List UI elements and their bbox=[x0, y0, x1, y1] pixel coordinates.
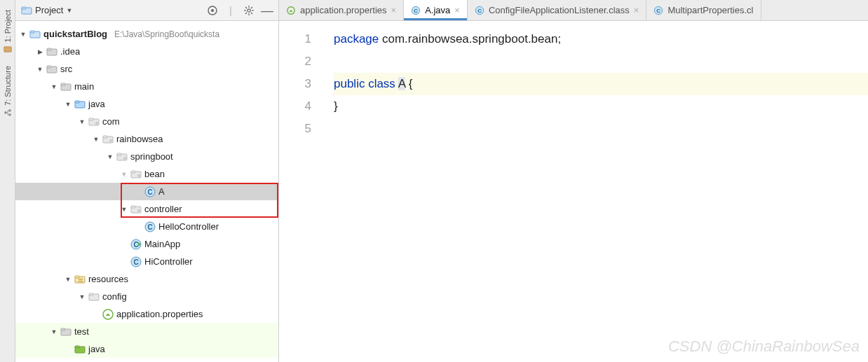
tree-node-bean[interactable]: bean bbox=[15, 165, 278, 183]
tree-node-class-A[interactable]: C A bbox=[15, 183, 278, 200]
tab-configfileapplicationlistener[interactable]: C ConfigFileApplicationListener.class × bbox=[468, 0, 646, 20]
project-tool-button[interactable]: 1: Project bbox=[3, 6, 13, 57]
svg-rect-5 bbox=[22, 7, 26, 9]
java-class-icon: C bbox=[475, 6, 484, 15]
panel-header: Project ▼ | — bbox=[15, 0, 278, 21]
tab-application-properties[interactable]: application.properties × bbox=[279, 0, 404, 20]
tab-label: application.properties bbox=[300, 5, 387, 15]
tree-label: springboot bbox=[130, 151, 173, 162]
close-icon[interactable]: × bbox=[391, 5, 397, 15]
svg-rect-26 bbox=[75, 101, 79, 103]
expand-arrow-icon[interactable] bbox=[36, 66, 43, 73]
tree-node-rainbowsea[interactable]: rainbowsea bbox=[15, 130, 278, 148]
close-icon[interactable]: × bbox=[454, 5, 460, 15]
line-number: 1 bbox=[279, 28, 311, 50]
folder-icon bbox=[60, 326, 72, 337]
expand-arrow-icon[interactable] bbox=[79, 293, 86, 300]
expand-arrow-icon[interactable] bbox=[20, 31, 27, 38]
tree-node-java[interactable]: java bbox=[15, 95, 278, 113]
tree-label: HelloController bbox=[158, 221, 219, 232]
tree-node-com[interactable]: com bbox=[15, 113, 278, 130]
package-icon bbox=[116, 151, 128, 162]
panel-title: Project bbox=[35, 5, 63, 15]
svg-rect-52 bbox=[79, 279, 83, 280]
folder-icon bbox=[46, 46, 57, 57]
code-content[interactable]: package com.rainbowsea.springboot.bean; … bbox=[320, 21, 868, 362]
tree-label: rainbowsea bbox=[116, 134, 163, 144]
expand-arrow-icon[interactable] bbox=[121, 206, 128, 213]
tree-label: HiController bbox=[144, 256, 193, 267]
vertical-divider: | bbox=[225, 5, 236, 16]
java-class-icon: C bbox=[144, 221, 156, 232]
tree-node-src[interactable]: src bbox=[15, 60, 278, 78]
line-number: 2 bbox=[279, 50, 311, 73]
expand-arrow-icon[interactable] bbox=[107, 153, 114, 160]
code-line bbox=[334, 118, 868, 140]
expand-arrow-icon[interactable] bbox=[65, 276, 72, 283]
chevron-down-icon: ▼ bbox=[66, 7, 72, 14]
project-tree[interactable]: quickstartBlog E:\Java\SpringBoot\quicks… bbox=[15, 21, 278, 362]
tree-node-main[interactable]: main bbox=[15, 78, 278, 95]
tree-label: java bbox=[88, 99, 105, 109]
close-icon[interactable]: × bbox=[634, 5, 639, 15]
select-opened-file-icon[interactable] bbox=[207, 5, 218, 16]
expand-arrow-icon[interactable] bbox=[36, 48, 43, 55]
module-icon bbox=[29, 29, 41, 40]
source-folder-icon bbox=[74, 99, 86, 110]
tree-node-app-properties[interactable]: application.properties bbox=[15, 305, 278, 323]
structure-pane-icon bbox=[4, 109, 12, 117]
tree-node-idea[interactable]: .idea bbox=[15, 43, 278, 60]
expand-arrow-icon[interactable] bbox=[79, 118, 86, 125]
tree-node-test-java[interactable]: java bbox=[15, 340, 278, 358]
svg-rect-0 bbox=[4, 47, 11, 53]
tree-label: test bbox=[74, 326, 89, 337]
editor-tabs: application.properties × C A.java × C Co… bbox=[279, 0, 868, 21]
project-path-hint: E:\Java\SpringBoot\quicksta bbox=[114, 29, 219, 39]
tree-node-hellocontroller[interactable]: C HelloController bbox=[15, 218, 278, 235]
svg-text:C: C bbox=[147, 188, 152, 196]
svg-rect-55 bbox=[89, 293, 93, 295]
java-class-icon: C bbox=[411, 6, 421, 15]
folder-icon bbox=[60, 81, 72, 92]
panel-title-wrap[interactable]: Project ▼ bbox=[21, 5, 203, 16]
expand-arrow-icon[interactable] bbox=[50, 83, 57, 90]
line-number-gutter: 1 2 3 4 5 bbox=[279, 21, 320, 362]
tree-node-hicontroller[interactable]: C HiController bbox=[15, 253, 278, 270]
tree-node-test[interactable]: test bbox=[15, 323, 278, 340]
tree-node-config[interactable]: config bbox=[15, 288, 278, 305]
expand-arrow-icon[interactable] bbox=[65, 101, 72, 108]
java-class-icon: C bbox=[653, 6, 663, 15]
code-line: public class A { bbox=[334, 73, 868, 95]
expand-arrow-icon[interactable] bbox=[93, 136, 100, 143]
structure-tool-button[interactable]: 7: Structure bbox=[3, 62, 13, 121]
project-panel: Project ▼ | — quickstartBlog E:\Java\Spr… bbox=[15, 0, 279, 362]
svg-line-15 bbox=[245, 13, 247, 14]
svg-text:C: C bbox=[147, 223, 152, 231]
minimize-icon[interactable]: — bbox=[262, 5, 273, 16]
expand-arrow-icon[interactable] bbox=[50, 328, 57, 335]
project-name: quickstartBlog bbox=[43, 29, 107, 39]
gear-icon[interactable] bbox=[243, 5, 255, 16]
code-line: package com.rainbowsea.springboot.bean; bbox=[334, 28, 868, 50]
main-class-icon: C bbox=[130, 239, 142, 250]
tab-multipartproperties[interactable]: C MultipartProperties.cl bbox=[646, 0, 761, 20]
code-editor[interactable]: 1 2 3 4 5 package com.rainbowsea.springb… bbox=[279, 21, 868, 362]
tree-node-mainapp[interactable]: C MainApp bbox=[15, 235, 278, 253]
test-source-folder-icon bbox=[74, 344, 86, 355]
tree-node-springboot[interactable]: springboot bbox=[15, 148, 278, 165]
tab-a-java[interactable]: C A.java × bbox=[404, 0, 468, 20]
svg-rect-2 bbox=[8, 110, 11, 112]
tree-label: A bbox=[158, 186, 165, 197]
code-line bbox=[334, 50, 868, 73]
tree-node-controller[interactable]: controller bbox=[15, 200, 278, 218]
svg-rect-60 bbox=[75, 346, 79, 348]
expand-arrow-icon[interactable] bbox=[121, 171, 128, 178]
svg-point-32 bbox=[109, 139, 112, 142]
java-class-icon: C bbox=[144, 186, 156, 197]
svg-text:C: C bbox=[477, 8, 482, 14]
tree-root[interactable]: quickstartBlog E:\Java\SpringBoot\quicks… bbox=[15, 25, 278, 43]
tree-label: bean bbox=[144, 169, 165, 179]
svg-point-7 bbox=[211, 9, 214, 12]
svg-rect-22 bbox=[47, 66, 51, 68]
tree-node-resources[interactable]: resources bbox=[15, 270, 278, 288]
